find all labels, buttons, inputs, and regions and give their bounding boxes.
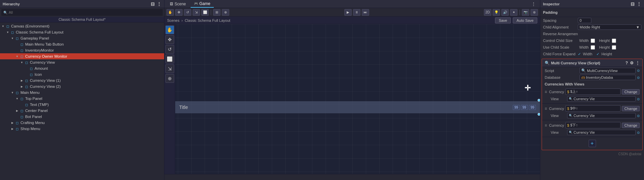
tree-item-currency-view-2[interactable]: ▶◻Currency View (2) xyxy=(0,83,164,89)
view-field-2[interactable]: 🔍Currency Vie xyxy=(567,130,636,135)
breadcrumb-layout[interactable]: Classic Schema Full Layout xyxy=(185,18,230,22)
change-button-0[interactable]: Change xyxy=(622,89,640,95)
hierarchy-dots-icon[interactable]: ⋮ xyxy=(157,1,161,7)
drag-icon-0[interactable]: ≡ xyxy=(545,89,547,94)
tool-move-btn[interactable]: ✥ xyxy=(175,9,183,16)
script-dots-icon[interactable]: ⋮ xyxy=(636,61,640,65)
script-settings-icon[interactable]: ⚙ xyxy=(630,61,634,65)
tool-pause-btn[interactable]: ⏸ xyxy=(353,9,360,16)
hierarchy-search-input[interactable] xyxy=(9,10,161,14)
control-width-checkbox[interactable] xyxy=(591,39,595,43)
currency-value-3: 99 xyxy=(531,106,534,109)
database-field[interactable]: 🗃 InventoryDataba xyxy=(580,75,636,80)
tree-item-amount[interactable]: ◻Amount xyxy=(0,65,164,71)
tree-item-center-panel[interactable]: ▶◻Center Panel xyxy=(0,108,164,114)
tool-light-btn[interactable]: 💡 xyxy=(493,9,500,16)
tree-item-text-tmp[interactable]: ◻Text (TMP) xyxy=(0,102,164,108)
tree-item-main-menu-tab[interactable]: ◻Main Menu Tab Button xyxy=(0,41,164,47)
tree-item-main-menu[interactable]: ▼◻Main Menu xyxy=(0,89,164,96)
view-link-icon-2[interactable]: ⊙ xyxy=(637,131,640,134)
tree-label-top-panel: Top Panel xyxy=(25,97,42,101)
tool-global-btn[interactable]: ⊕ xyxy=(222,9,229,16)
currency-value-2: 99 xyxy=(523,106,526,109)
inspector-header: Inspector ⊟ ⋮ xyxy=(540,0,644,8)
tool-gizmos-btn[interactable]: ⊛ xyxy=(531,9,538,16)
inspector-lock-icon[interactable]: ⊟ xyxy=(631,1,635,7)
currency-field-0[interactable]: $$上↑ xyxy=(565,88,621,95)
breadcrumb-scenes[interactable]: Scenes xyxy=(167,18,180,22)
currency-field-1[interactable]: $$中↑ xyxy=(565,105,621,112)
hand-tool-btn[interactable]: ✋ xyxy=(165,25,174,34)
tree-icon-currency-view-1: ◻ xyxy=(24,78,29,83)
tool-rect-btn[interactable]: ⬜ xyxy=(201,9,209,16)
control-height-checkbox[interactable] xyxy=(612,39,616,43)
drag-icon-1[interactable]: ≡ xyxy=(545,106,547,111)
tool-hand-btn[interactable]: ✋ xyxy=(166,9,174,16)
tree-item-canvas-env[interactable]: ▼◻Canvas (Environment) xyxy=(0,23,164,29)
hierarchy-lock-icon[interactable]: ⊟ xyxy=(151,1,155,7)
inspector-dots-icon[interactable]: ⋮ xyxy=(637,1,641,7)
tree-arrow-currency-view-2: ▶ xyxy=(20,85,23,88)
tool-rotate-btn[interactable]: ↺ xyxy=(184,9,191,16)
tree-item-shop-menu[interactable]: ▶◻Shop Menu xyxy=(0,126,164,132)
transform-tool-btn[interactable]: ⇲ xyxy=(165,64,174,73)
tree-item-inventory-monitor[interactable]: ◻InventoryMonitor xyxy=(0,47,164,53)
tool-pivot-btn[interactable]: ⊞ xyxy=(213,9,220,16)
tree-item-gameplay-panel[interactable]: ▼◻Gameplay Panel xyxy=(0,35,164,41)
tree-item-icon-item[interactable]: ◻Icon xyxy=(0,71,164,77)
auto-save-button[interactable]: Auto Save xyxy=(513,17,537,23)
tree-arrow-gameplay-panel: ▼ xyxy=(11,37,14,40)
tool-audio-btn[interactable]: 🔊 xyxy=(501,9,509,16)
rotate-tool-btn[interactable]: ↺ xyxy=(165,45,174,54)
script-field[interactable]: 🔍 MultiCurrencyView xyxy=(580,68,636,73)
script-question-icon[interactable]: ? xyxy=(626,61,628,65)
currency-field-2[interactable]: $$下↑ xyxy=(565,122,621,128)
padding-section: Padding xyxy=(540,8,644,17)
view-link-icon-1[interactable]: ⊙ xyxy=(637,114,640,118)
database-link-icon[interactable]: ⊙ xyxy=(637,76,640,79)
use-scale-height-checkbox[interactable] xyxy=(612,45,616,50)
tool-scale-btn[interactable]: ⇲ xyxy=(193,9,200,16)
tree-item-classic-schema[interactable]: ▼◻Classic Schema Full Layout xyxy=(0,29,164,35)
hierarchy-header: Hierarchy ⊟ ⋮ xyxy=(0,0,164,8)
view-field-1[interactable]: 🔍Currency Vie xyxy=(567,113,636,118)
child-alignment-row: Child Alignment Middle Right ▼ xyxy=(540,24,644,31)
globe-tool-btn[interactable]: ⊕ xyxy=(165,74,174,83)
tool-effects-btn[interactable]: ✦ xyxy=(510,9,517,16)
game-tab[interactable]: 🎮 Game xyxy=(191,0,214,8)
save-button[interactable]: Save xyxy=(495,17,511,23)
tool-play-btn[interactable]: ▶ xyxy=(344,9,352,16)
child-alignment-dropdown[interactable]: Middle Right ▼ xyxy=(578,24,641,30)
use-scale-width-checkbox[interactable] xyxy=(591,45,595,50)
script-link-icon[interactable]: ⊙ xyxy=(637,69,640,72)
hierarchy-scene-title[interactable]: Classic Schema Full Layout* xyxy=(0,17,164,22)
hierarchy-title: Hierarchy xyxy=(3,2,20,6)
tool-camera-btn[interactable]: 📷 xyxy=(522,9,529,16)
child-alignment-label: Child Alignment xyxy=(543,25,577,29)
reverse-arrangement-label: Reverse Arrangemen xyxy=(543,32,578,36)
add-currency-button[interactable]: + xyxy=(589,140,596,147)
use-scale-width-label: Width xyxy=(579,45,589,49)
scene-tab[interactable]: 🖼 Scene xyxy=(166,0,189,8)
tree-label-currency-owner-monitor: Currency Owner Monitor xyxy=(25,54,67,58)
tree-item-crafting-menu[interactable]: ▶◻Crafting Menu xyxy=(0,120,164,126)
tree-icon-bot-panel: ◻ xyxy=(19,114,24,119)
scene-breadcrumb: Scenes › Classic Schema Full Layout Save… xyxy=(164,17,540,24)
tool-2d-btn[interactable]: 2D xyxy=(484,9,491,16)
rect-tool-btn[interactable]: ⬜ xyxy=(165,55,174,63)
scene-menu-icon[interactable]: ⋮ xyxy=(529,1,538,7)
tree-item-currency-view-1[interactable]: ▶◻Currency View (1) xyxy=(0,77,164,83)
tool-step-btn[interactable]: ⏭ xyxy=(362,9,369,16)
crosshair-tool-btn[interactable]: ✥ xyxy=(165,35,174,44)
drag-icon-2[interactable]: ≡ xyxy=(545,123,547,128)
spacing-input[interactable] xyxy=(578,18,591,23)
view-field-0[interactable]: 🔍Currency Vie xyxy=(567,96,636,102)
tree-item-bot-panel[interactable]: ◻Bot Panel xyxy=(0,114,164,120)
tree-item-top-panel[interactable]: ▼◻Top Panel xyxy=(0,96,164,102)
control-child-size-label: Control Child Size xyxy=(543,39,577,43)
tree-item-currency-owner-monitor[interactable]: ▼◻Currency Owner Monitor xyxy=(0,53,164,59)
change-button-2[interactable]: Change xyxy=(622,123,640,128)
view-link-icon-0[interactable]: ⊙ xyxy=(637,97,640,101)
change-button-1[interactable]: Change xyxy=(622,106,640,111)
tree-item-currency-view[interactable]: ▼◻Currency View xyxy=(0,59,164,65)
